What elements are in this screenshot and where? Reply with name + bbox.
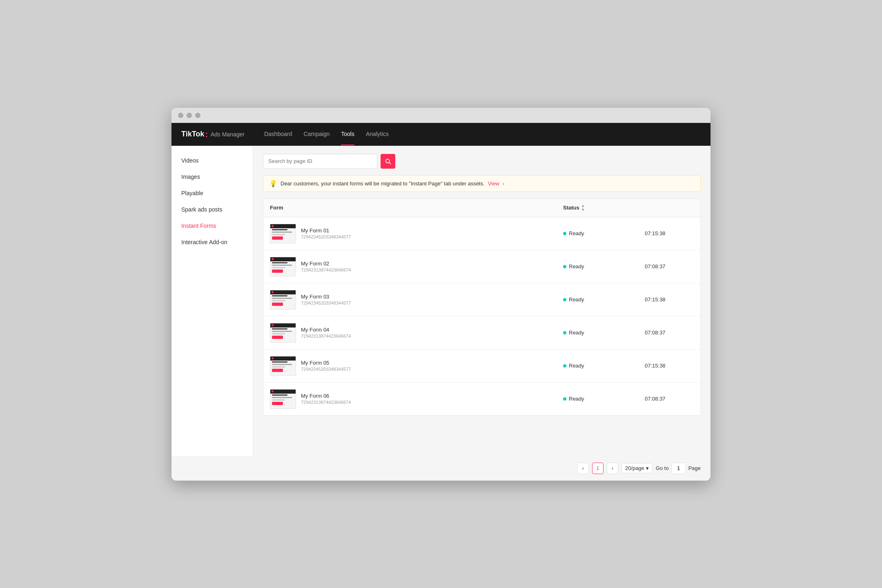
th-form: Form bbox=[270, 205, 563, 211]
form-info: My Form 01 72942345203348344577 bbox=[301, 227, 351, 239]
form-thumbnail bbox=[270, 224, 296, 243]
table-row: My Form 02 72942313874423646674 Ready 07… bbox=[263, 250, 700, 283]
notice-icon: 💡 bbox=[269, 180, 277, 187]
table-header: Form Status ▲ ▼ bbox=[263, 199, 700, 217]
nav-analytics[interactable]: Analytics bbox=[366, 123, 389, 145]
form-cell: My Form 01 72942345203348344577 bbox=[270, 224, 563, 243]
logo-sub-text: Ads Manager bbox=[211, 131, 245, 138]
status-dot bbox=[563, 364, 566, 368]
nav-bar: TikTok: Ads Manager Dashboard Campaign T… bbox=[172, 123, 710, 146]
status-cell: Ready bbox=[563, 296, 645, 303]
pagination-prev-button[interactable]: ‹ bbox=[577, 463, 589, 474]
form-thumbnail bbox=[270, 257, 296, 276]
table-row: My Form 03 72942345203348344577 Ready 07… bbox=[263, 283, 700, 316]
traffic-light-min[interactable] bbox=[187, 113, 192, 118]
notice-bar: 💡 Dear customers, your instant forms wil… bbox=[263, 175, 701, 192]
form-cell: My Form 04 72942313874423646674 bbox=[270, 323, 563, 343]
sidebar-item-videos[interactable]: Videos bbox=[172, 152, 253, 169]
search-input[interactable] bbox=[263, 154, 377, 169]
status-dot bbox=[563, 397, 566, 401]
status-dot bbox=[563, 232, 566, 235]
sidebar-item-playable[interactable]: Playable bbox=[172, 185, 253, 201]
nav-campaign[interactable]: Campaign bbox=[303, 123, 330, 145]
form-info: My Form 05 72942345203348344577 bbox=[301, 360, 351, 372]
sidebar-item-images[interactable]: Images bbox=[172, 169, 253, 185]
sidebar-item-spark-ads[interactable]: Spark ads posts bbox=[172, 201, 253, 218]
form-thumbnail bbox=[270, 290, 296, 310]
status-cell: Ready bbox=[563, 330, 645, 336]
sidebar-item-interactive-addon[interactable]: Interactive Add-on bbox=[172, 234, 253, 250]
sort-icon[interactable]: ▲ ▼ bbox=[581, 204, 585, 212]
status-dot bbox=[563, 331, 566, 334]
form-info: My Form 03 72942345203348344577 bbox=[301, 294, 351, 305]
status-cell: Ready bbox=[563, 263, 645, 270]
sidebar: Videos Images Playable Spark ads posts I… bbox=[172, 146, 253, 456]
nav-tools[interactable]: Tools bbox=[341, 123, 354, 145]
search-bar bbox=[263, 154, 701, 169]
table-row: My Form 04 72942313874423646674 Ready 07… bbox=[263, 316, 700, 350]
table-row: My Form 06 72942313874423646674 Ready 07… bbox=[263, 383, 700, 415]
form-thumbnail bbox=[270, 389, 296, 409]
form-id: 72942345203348344577 bbox=[301, 301, 351, 305]
th-status[interactable]: Status ▲ ▼ bbox=[563, 204, 645, 212]
goto-area: Go to Page bbox=[656, 463, 701, 474]
search-button[interactable] bbox=[381, 154, 395, 169]
form-name: My Form 04 bbox=[301, 327, 351, 333]
status-text: Ready bbox=[569, 330, 584, 336]
status-text: Ready bbox=[569, 296, 584, 303]
per-page-chevron-icon: ▾ bbox=[646, 465, 649, 471]
status-dot bbox=[563, 298, 566, 301]
time-cell: 07:15:38 bbox=[645, 230, 694, 236]
goto-input[interactable] bbox=[671, 463, 686, 474]
time-cell: 07:15:38 bbox=[645, 296, 694, 303]
form-thumbnail bbox=[270, 323, 296, 343]
table-row: My Form 01 72942345203348344577 Ready 07… bbox=[263, 217, 700, 250]
form-id: 72942313874423646674 bbox=[301, 334, 351, 339]
status-cell: Ready bbox=[563, 230, 645, 236]
status-cell: Ready bbox=[563, 363, 645, 369]
time-cell: 07:15:38 bbox=[645, 363, 694, 369]
form-id: 72942345203348344577 bbox=[301, 367, 351, 372]
status-text: Ready bbox=[569, 230, 584, 236]
nav-dashboard[interactable]: Dashboard bbox=[264, 123, 292, 145]
notice-chevron-icon: › bbox=[503, 180, 504, 187]
form-cell: My Form 06 72942313874423646674 bbox=[270, 389, 563, 409]
pagination-next-button[interactable]: › bbox=[607, 463, 618, 474]
svg-line-1 bbox=[389, 163, 391, 164]
form-name: My Form 02 bbox=[301, 261, 351, 267]
traffic-light-max[interactable] bbox=[195, 113, 200, 118]
forms-table: Form Status ▲ ▼ bbox=[263, 198, 701, 416]
per-page-select[interactable]: 20/page ▾ bbox=[621, 463, 653, 473]
status-dot bbox=[563, 265, 566, 268]
form-name: My Form 01 bbox=[301, 227, 351, 234]
status-text: Ready bbox=[569, 263, 584, 270]
form-info: My Form 02 72942313874423646674 bbox=[301, 261, 351, 272]
form-cell: My Form 03 72942345203348344577 bbox=[270, 290, 563, 310]
nav-links: Dashboard Campaign Tools Analytics bbox=[264, 123, 389, 145]
status-cell: Ready bbox=[563, 396, 645, 402]
form-id: 72942313874423646674 bbox=[301, 400, 351, 405]
form-thumbnail bbox=[270, 356, 296, 376]
per-page-label: 20/page bbox=[625, 465, 644, 471]
form-info: My Form 06 72942313874423646674 bbox=[301, 393, 351, 405]
table-row: My Form 05 72942345203348344577 Ready 07… bbox=[263, 350, 700, 383]
notice-link[interactable]: View bbox=[488, 180, 499, 187]
logo-dot: : bbox=[205, 129, 208, 140]
content-area: Videos Images Playable Spark ads posts I… bbox=[172, 146, 710, 456]
sidebar-item-instant-forms[interactable]: Instant Forms bbox=[172, 218, 253, 234]
pagination: ‹ 1 › 20/page ▾ Go to Page bbox=[172, 456, 710, 481]
traffic-light-close[interactable] bbox=[178, 113, 183, 118]
form-id: 72942345203348344577 bbox=[301, 234, 351, 239]
logo: TikTok: Ads Manager bbox=[181, 129, 245, 140]
time-cell: 07:08:37 bbox=[645, 263, 694, 270]
time-cell: 07:08:37 bbox=[645, 396, 694, 402]
goto-label: Go to bbox=[656, 465, 669, 471]
form-id: 72942313874423646674 bbox=[301, 267, 351, 272]
pagination-page-1-button[interactable]: 1 bbox=[592, 463, 604, 474]
logo-tiktok-text: TikTok bbox=[181, 130, 204, 138]
form-name: My Form 05 bbox=[301, 360, 351, 366]
form-name: My Form 06 bbox=[301, 393, 351, 399]
page-label: Page bbox=[688, 465, 701, 471]
search-icon bbox=[385, 158, 391, 165]
form-info: My Form 04 72942313874423646674 bbox=[301, 327, 351, 339]
